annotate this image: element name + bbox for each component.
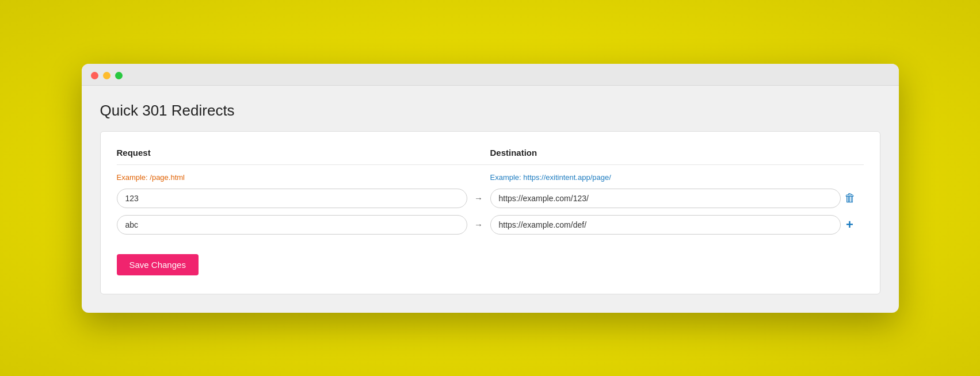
add-button[interactable]: + — [841, 216, 859, 234]
request-column-header: Request — [117, 148, 467, 158]
request-input-1[interactable] — [117, 189, 467, 208]
request-example-text: Example: /page.html — [117, 173, 467, 182]
delete-icon: 🗑 — [844, 191, 856, 205]
destination-example-text: Example: https://exitintent.app/page/ — [490, 173, 841, 182]
destination-input-1[interactable] — [490, 189, 841, 208]
app-window: Quick 301 Redirects Request Destination … — [82, 64, 899, 313]
redirect-row: → + — [117, 215, 864, 235]
redirect-row: → 🗑 — [117, 189, 864, 208]
example-row: Example: /page.html Example: https://exi… — [117, 173, 864, 182]
destination-column-header: Destination — [490, 148, 841, 158]
content-panel: Request Destination Example: /page.html … — [100, 131, 880, 294]
minimize-dot[interactable] — [103, 72, 110, 79]
window-body: Quick 301 Redirects Request Destination … — [82, 86, 899, 313]
save-changes-button[interactable]: Save Changes — [117, 254, 199, 275]
table-header: Request Destination — [117, 148, 864, 165]
destination-input-2[interactable] — [490, 215, 841, 235]
arrow-icon-1: → — [467, 193, 490, 203]
close-dot[interactable] — [91, 72, 98, 79]
add-icon: + — [846, 217, 853, 232]
maximize-dot[interactable] — [115, 72, 123, 79]
arrow-icon-2: → — [467, 220, 490, 229]
delete-button-1[interactable]: 🗑 — [841, 189, 859, 208]
page-title: Quick 301 Redirects — [100, 102, 880, 120]
request-input-2[interactable] — [117, 215, 467, 235]
titlebar — [82, 64, 899, 86]
